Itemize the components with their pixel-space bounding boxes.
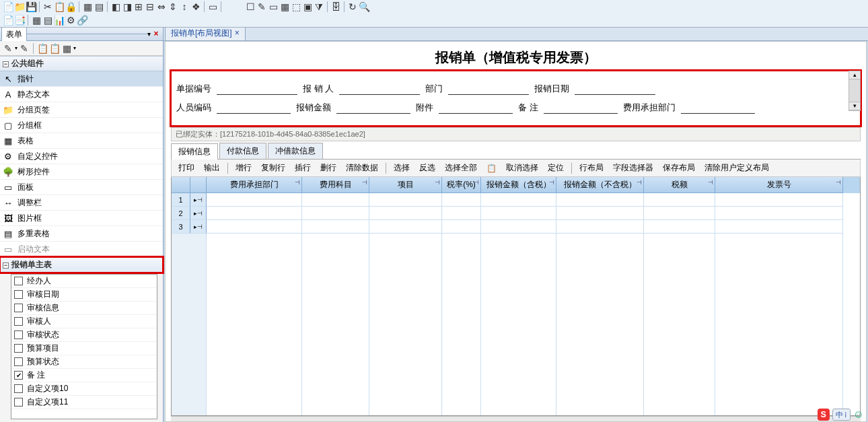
pin-icon[interactable]: ⊣ [435, 179, 440, 186]
close-icon[interactable]: × [235, 28, 240, 38]
checkbox[interactable] [14, 357, 23, 366]
grid-cell[interactable] [481, 207, 556, 220]
grid-toolbar-button[interactable]: 输出 [200, 161, 224, 175]
edit-icon[interactable]: ✎ [19, 43, 30, 54]
field-item[interactable]: 经办人 [11, 275, 157, 288]
grid-toolbar-button[interactable]: 反选 [415, 161, 439, 175]
toolbar-icon[interactable]: 🔒 [65, 1, 76, 12]
grid-cell[interactable] [442, 207, 481, 220]
field-item[interactable]: 审核状态 [11, 328, 157, 342]
checkbox[interactable] [14, 317, 23, 326]
grid-cell[interactable] [369, 207, 442, 220]
pin-icon[interactable]: ⊣ [637, 179, 642, 186]
toolbar-icon[interactable]: ☐ [245, 1, 256, 12]
header-field-input[interactable] [681, 102, 755, 114]
grid-column-header[interactable]: 发票号⊣ [715, 177, 843, 193]
pin-icon[interactable]: ⊣ [549, 179, 554, 186]
toolbar-icon[interactable]: ▤ [94, 1, 104, 12]
toolbar-icon[interactable]: ⇕ [168, 1, 178, 12]
component-item[interactable]: ▭面板 [0, 180, 163, 195]
field-item[interactable]: 预算项目 [11, 342, 157, 355]
scroll-down-icon[interactable]: ▾ [849, 102, 860, 110]
scroll-up-icon[interactable]: ▴ [849, 71, 860, 79]
grid-cell[interactable] [302, 220, 369, 234]
component-item[interactable]: ↖指针 [0, 71, 163, 87]
toolbar-icon[interactable]: 📄 [3, 15, 13, 26]
pin-icon[interactable]: ⊣ [474, 179, 479, 186]
header-field-input[interactable] [544, 102, 618, 114]
grid-cell[interactable] [644, 193, 715, 207]
scroll-left-icon[interactable]: ◂ [171, 418, 183, 423]
toolbar-icon[interactable]: 📊 [54, 15, 65, 26]
component-item[interactable]: ▦表格 [0, 133, 163, 149]
toolbar-icon[interactable]: ▭ [268, 1, 279, 12]
grid-toolbar-button[interactable]: 插行 [291, 161, 315, 175]
field-item[interactable]: 自定义项11 [11, 396, 157, 409]
grid-toolbar-button[interactable]: 取消选择 [502, 161, 542, 175]
grid-cell[interactable] [556, 207, 644, 220]
component-item[interactable]: ↔调整栏 [0, 195, 163, 211]
filter-icon[interactable]: ⧩ [314, 1, 324, 12]
header-field-input[interactable] [217, 83, 297, 95]
toolbar-icon[interactable]: 📄 [3, 1, 13, 12]
checkbox[interactable] [14, 344, 23, 353]
checkbox[interactable] [14, 304, 23, 312]
checkbox[interactable] [14, 398, 23, 407]
grid-column-header[interactable]: 税额⊣ [644, 177, 715, 193]
grid-cell[interactable] [556, 220, 644, 234]
copy-icon[interactable]: 📋 [37, 43, 48, 54]
component-item[interactable]: ▭启动文本 [0, 242, 163, 257]
checkbox[interactable] [14, 277, 23, 285]
component-item[interactable]: ▤多重表格 [0, 226, 163, 242]
component-item[interactable]: 🌳树形控件 [0, 164, 163, 180]
grid-toolbar-button[interactable]: 行布局 [575, 161, 608, 175]
checkbox[interactable] [14, 384, 23, 393]
toolbar-icon[interactable]: ◧ [110, 1, 121, 12]
inner-tab[interactable]: 报销信息 [171, 143, 218, 160]
toolbar-icon[interactable]: ▦ [82, 1, 93, 12]
toolbar-icon[interactable]: ✂ [42, 1, 53, 12]
grid-toolbar-button[interactable]: 字段选择器 [609, 161, 657, 175]
field-item[interactable]: 预算状态 [11, 355, 157, 369]
grid-toolbar-button[interactable]: 删行 [316, 161, 340, 175]
checkbox[interactable] [14, 290, 23, 299]
pin-icon[interactable]: ⊣ [708, 179, 713, 186]
pin-icon[interactable]: ⊣ [836, 179, 841, 186]
component-item[interactable]: A静态文本 [0, 87, 163, 102]
grid-cell[interactable] [481, 220, 556, 234]
grid-cell[interactable] [207, 193, 302, 207]
panel-close-button[interactable]: × [151, 29, 161, 40]
header-field-input[interactable] [336, 102, 410, 114]
mini-scroll[interactable]: ▴ ▾ [848, 71, 861, 111]
grid-cell[interactable] [442, 220, 481, 234]
ime-smile-icon[interactable]: ☺ [853, 409, 864, 421]
grid-cell[interactable] [302, 207, 369, 220]
grid-toolbar-button[interactable]: 保存布局 [659, 161, 699, 175]
pin-icon[interactable]: ⊣ [362, 179, 367, 186]
toolbar-icon[interactable]: ▭ [207, 1, 218, 12]
grid-row[interactable]: 2▸⊣ [172, 207, 860, 220]
grid-cell[interactable] [715, 207, 843, 220]
grid-marker-cell[interactable]: ▸⊣ [190, 207, 207, 220]
grid-column-header[interactable]: 税率(%)⊣ [442, 177, 481, 193]
grid-marker-cell[interactable]: ▸⊣ [190, 193, 207, 207]
grid-toolbar-button[interactable]: 清除数据 [342, 161, 382, 175]
header-field-input[interactable] [448, 83, 529, 95]
section-header-main-table[interactable]: −报销单主表 [0, 257, 163, 273]
grid-cell[interactable] [369, 220, 442, 234]
toolbar-icon[interactable]: ▣ [302, 1, 313, 12]
toolbar-icon[interactable]: ⊟ [145, 1, 155, 12]
inner-tab[interactable]: 冲借款信息 [268, 143, 323, 159]
grid-cell[interactable] [481, 193, 556, 207]
grid-icon[interactable]: ▦ [61, 43, 72, 54]
grid-column-header[interactable]: 费用科目⊣ [302, 177, 369, 193]
grid-cell[interactable] [207, 220, 302, 234]
grid-toolbar-button[interactable]: 📋 [482, 162, 501, 174]
grid-cell[interactable] [644, 207, 715, 220]
pin-icon[interactable]: ⊣ [295, 179, 300, 186]
toolbar-icon[interactable]: ⊞ [133, 1, 144, 12]
grid-cell[interactable] [207, 207, 302, 220]
toolbar-icon[interactable]: ↕ [179, 1, 190, 12]
ime-lang-chip[interactable]: 中 ⁞ [832, 409, 851, 421]
toolbar-icon[interactable]: ⚙ [65, 15, 76, 26]
